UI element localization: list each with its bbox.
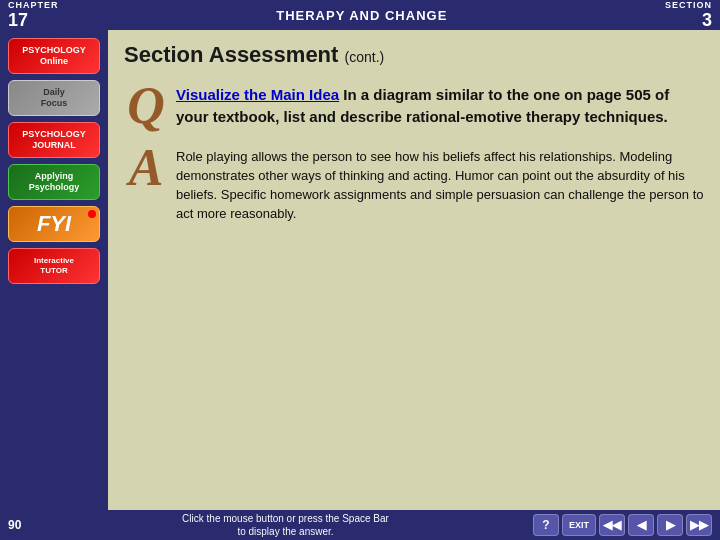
exit-button[interactable]: EXIT (562, 514, 596, 536)
fyi-label: FYI (37, 211, 71, 237)
question-text: Visualize the Main Idea In a diagram sim… (176, 80, 704, 128)
bottom-instruction: Click the mouse button or press the Spac… (182, 512, 389, 538)
answer-row: A Role playing allows the person to see … (124, 142, 704, 223)
chapter-info: CHAPTER 17 (8, 1, 59, 29)
qa-container: Q Visualize the Main Idea In a diagram s… (124, 80, 704, 502)
section-info: SECTION 3 (665, 1, 712, 29)
last-button[interactable]: ▶▶ (686, 514, 712, 536)
applying-label: ApplyingPsychology (29, 171, 80, 193)
header-title: THERAPY AND CHANGE (276, 8, 447, 23)
first-button[interactable]: ◀◀ (599, 514, 625, 536)
answer-text: Role playing allows the person to see ho… (176, 142, 704, 223)
bottom-nav: ? EXIT ◀◀ ◀ ▶ ▶▶ (533, 514, 712, 536)
prev-button[interactable]: ◀ (628, 514, 654, 536)
sidebar-btn-psych-journal[interactable]: PSYCHOLOGYJOURNAL (8, 122, 100, 158)
sidebar-btn-psych-online[interactable]: PSYCHOLOGYOnline (8, 38, 100, 74)
q-letter: Q (124, 80, 168, 132)
help-button[interactable]: ? (533, 514, 559, 536)
page-number: 90 (8, 518, 38, 532)
main-content: Section Assessment (cont.) Q Visualize t… (108, 30, 720, 510)
sidebar: PSYCHOLOGYOnline DailyFocus PSYCHOLOGYJO… (0, 30, 108, 510)
top-bar: CHAPTER 17 THERAPY AND CHANGE SECTION 3 (0, 0, 720, 30)
bottom-bar: 90 Click the mouse button or press the S… (0, 510, 720, 540)
instruction-line1: Click the mouse button or press the Spac… (182, 513, 389, 524)
instruction-line2: to display the answer. (237, 526, 333, 537)
sidebar-btn-daily-focus[interactable]: DailyFocus (8, 80, 100, 116)
question-highlight: Visualize the Main Idea (176, 86, 339, 103)
fyi-dot (88, 210, 96, 218)
sidebar-btn-applying[interactable]: ApplyingPsychology (8, 164, 100, 200)
section-number: 3 (702, 11, 712, 29)
question-row: Q Visualize the Main Idea In a diagram s… (124, 80, 704, 132)
sidebar-btn-interactive[interactable]: InteractiveTUTOR (8, 248, 100, 284)
a-letter: A (124, 142, 168, 194)
psych-journal-label: PSYCHOLOGYJOURNAL (22, 129, 86, 151)
chapter-number: 17 (8, 11, 59, 29)
section-title-text: Section Assessment (124, 42, 338, 67)
interactive-label: InteractiveTUTOR (34, 256, 74, 275)
daily-focus-label: DailyFocus (41, 87, 68, 109)
psych-online-label: PSYCHOLOGYOnline (22, 45, 86, 67)
section-title: Section Assessment (cont.) (124, 42, 704, 68)
next-button[interactable]: ▶ (657, 514, 683, 536)
sidebar-btn-fyi[interactable]: FYI (8, 206, 100, 242)
section-title-cont: (cont.) (345, 49, 385, 65)
